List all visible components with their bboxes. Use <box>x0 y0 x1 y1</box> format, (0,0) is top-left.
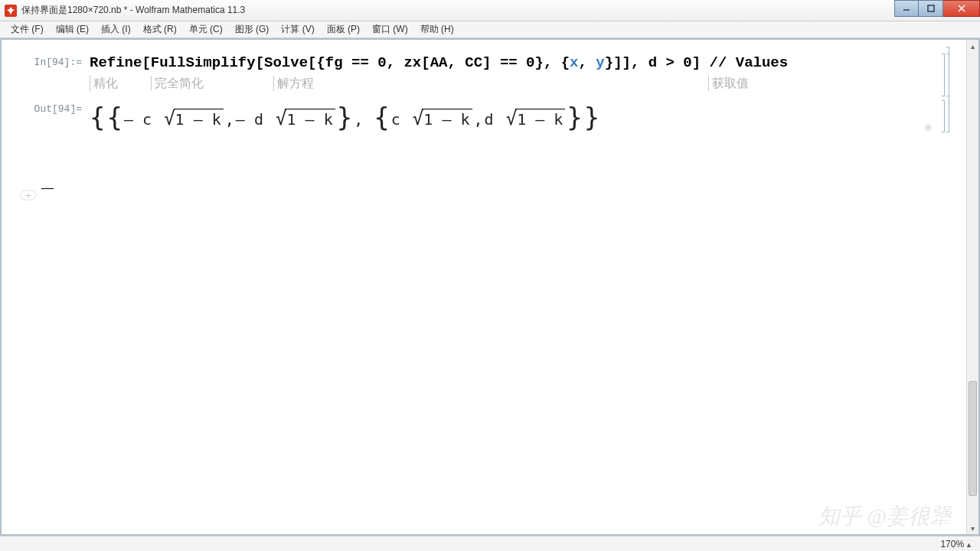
output-cell[interactable]: Out[94]= { { – c √1 – k , – d √1 – k } ,… <box>2 94 966 140</box>
code-hints: 精化 完全简化 解方程 获取值 <box>90 76 936 92</box>
out-label: Out[94]= <box>2 100 90 115</box>
close-button[interactable] <box>943 0 980 17</box>
input-cell[interactable]: In[94]:= Refine[FullSimplify[Solve[{fg =… <box>2 47 966 94</box>
menu-palettes[interactable]: 面板 (P) <box>321 23 366 36</box>
hint-fullsimplify: 完全简化 <box>151 76 273 92</box>
menu-bar: 文件 (F) 编辑 (E) 插入 (I) 格式 (R) 单元 (C) 图形 (G… <box>0 21 980 38</box>
input-content[interactable]: Refine[FullSimplify[Solve[{fg == 0, zx[A… <box>90 54 936 91</box>
menu-format[interactable]: 格式 (R) <box>137 23 183 36</box>
watermark-text: 知乎 @姜很犟 <box>818 502 951 531</box>
menu-graphics[interactable]: 图形 (G) <box>229 23 276 36</box>
minimize-button[interactable] <box>894 0 919 17</box>
scroll-up-arrow[interactable]: ▴ <box>967 40 978 52</box>
workspace: In[94]:= Refine[FullSimplify[Solve[{fg =… <box>1 39 979 535</box>
new-cell-icon[interactable]: + <box>20 190 37 201</box>
scroll-down-arrow[interactable]: ▾ <box>967 522 978 534</box>
menu-file[interactable]: 文件 (F) <box>5 23 50 36</box>
notebook-area[interactable]: In[94]:= Refine[FullSimplify[Solve[{fg =… <box>2 40 966 534</box>
output-expression: { { – c √1 – k , – d √1 – k } , { c √1 –… <box>90 100 936 137</box>
suggestions-icon[interactable]: ◎ <box>925 122 931 135</box>
menu-insert[interactable]: 插入 (I) <box>95 23 137 36</box>
hint-solve: 解方程 <box>273 76 708 92</box>
insertion-cursor <box>41 188 54 189</box>
window-titlebar: 保持界面是1280×720.nb * - Wolfram Mathematica… <box>0 0 980 21</box>
status-bar: 170%▲ <box>0 536 980 551</box>
menu-help[interactable]: 帮助 (H) <box>414 23 460 36</box>
output-content[interactable]: { { – c √1 – k , – d √1 – k } , { c √1 –… <box>90 100 936 137</box>
in-label: In[94]:= <box>2 54 90 68</box>
menu-evaluation[interactable]: 计算 (V) <box>275 23 320 36</box>
window-controls <box>894 0 980 17</box>
hint-refine: 精化 <box>90 76 151 92</box>
maximize-button[interactable] <box>919 0 943 17</box>
app-icon <box>5 5 17 17</box>
menu-edit[interactable]: 编辑 (E) <box>50 23 95 36</box>
hint-values: 获取值 <box>708 76 749 92</box>
vertical-scrollbar[interactable]: ▴ ▾ <box>966 40 978 534</box>
scroll-track[interactable] <box>967 52 978 522</box>
window-title: 保持界面是1280×720.nb * - Wolfram Mathematica… <box>21 4 245 17</box>
menu-cell[interactable]: 单元 (C) <box>183 23 229 36</box>
svg-rect-1 <box>928 5 934 11</box>
scroll-thumb[interactable] <box>969 381 977 496</box>
input-code[interactable]: Refine[FullSimplify[Solve[{fg == 0, zx[A… <box>90 54 936 73</box>
menu-window[interactable]: 窗口 (W) <box>366 23 414 36</box>
zoom-level[interactable]: 170%▲ <box>937 539 975 549</box>
